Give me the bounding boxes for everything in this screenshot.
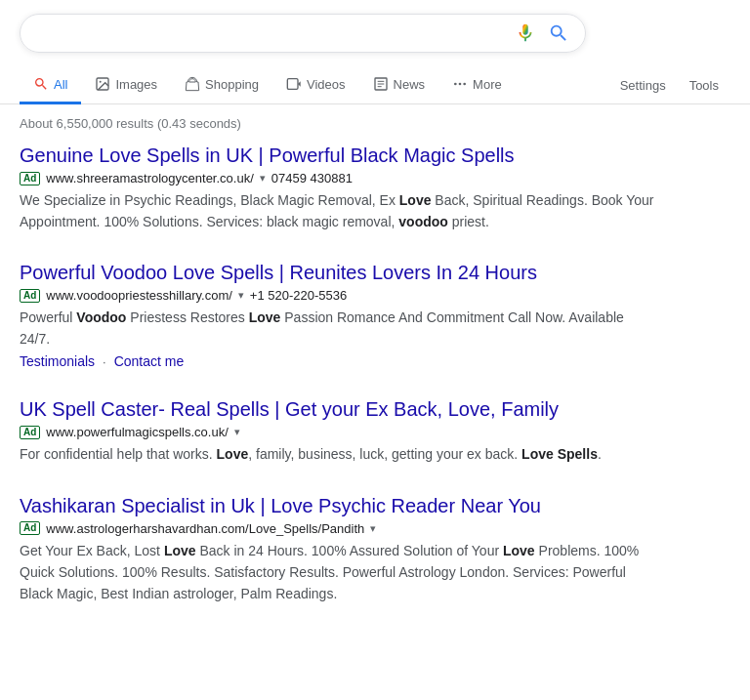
settings-tab[interactable]: Settings [608, 68, 678, 103]
search-icons [515, 22, 569, 44]
tab-more[interactable]: More [438, 66, 516, 104]
result-item-2: Powerful Voodoo Love Spells | Reunites L… [20, 260, 730, 369]
ad-badge-3: Ad [20, 426, 40, 439]
url-arrow-2: ▾ [238, 289, 244, 302]
search-small-icon [33, 76, 49, 92]
tab-videos[interactable]: Videos [272, 66, 359, 104]
tab-more-label: More [473, 77, 502, 92]
result-link-testimonials[interactable]: Testimonials [20, 353, 95, 369]
result-title-3[interactable]: UK Spell Caster- Real Spells | Get your … [20, 398, 559, 420]
search-input[interactable]: voodoo love spells [36, 24, 505, 42]
result-item-1: Genuine Love Spells in UK | Powerful Bla… [20, 143, 730, 232]
svg-rect-2 [287, 79, 298, 90]
svg-point-8 [454, 83, 457, 86]
svg-point-10 [463, 83, 466, 86]
search-bar[interactable]: voodoo love spells [20, 14, 586, 53]
result-snippet-4: Get Your Ex Back, Lost Love Back in 24 H… [20, 540, 654, 604]
result-snippet-3: For confidential help that works. Love, … [20, 443, 654, 465]
result-url-1: www.shreeramastrologycenter.co.uk/ [46, 171, 253, 185]
tools-tab[interactable]: Tools [678, 68, 730, 103]
url-arrow-3: ▾ [234, 426, 240, 438]
link-sep: · [103, 354, 106, 369]
tools-label: Tools [689, 78, 719, 93]
result-link-contact[interactable]: Contact me [114, 353, 185, 369]
shopping-icon [185, 76, 200, 92]
tab-news[interactable]: News [359, 66, 439, 104]
result-url-row-3: Ad www.powerfulmagicspells.co.uk/ ▾ [20, 425, 730, 439]
result-snippet-1: We Specialize in Psychic Readings, Black… [20, 189, 654, 232]
tab-news-label: News [394, 77, 426, 92]
more-icon [452, 76, 468, 92]
tab-images[interactable]: Images [81, 66, 171, 104]
result-url-row-2: Ad www.voodoopriestesshillary.com/ ▾ +1 … [20, 288, 730, 303]
settings-label: Settings [620, 78, 666, 93]
tab-videos-label: Videos [307, 77, 346, 92]
ad-badge-1: Ad [20, 172, 40, 185]
results-info: About 6,550,000 results (0.43 seconds) [0, 104, 750, 143]
tab-images-label: Images [115, 77, 157, 92]
search-icon[interactable] [548, 22, 569, 44]
result-url-row-1: Ad www.shreeramastrologycenter.co.uk/ ▾ … [20, 171, 730, 185]
ad-badge-2: Ad [20, 289, 40, 303]
tab-all[interactable]: All [20, 66, 81, 104]
mic-icon[interactable] [515, 22, 536, 44]
header: voodoo love spells [0, 0, 750, 53]
result-phone-2: +1 520-220-5536 [250, 288, 347, 303]
news-icon [373, 76, 389, 92]
result-phone-1: 07459 430881 [271, 171, 353, 185]
result-title-4[interactable]: Vashikaran Specialist in Uk | Love Psych… [20, 495, 541, 516]
result-url-3: www.powerfulmagicspells.co.uk/ [46, 425, 228, 439]
nav-tabs: All Images Shopping Videos News [0, 59, 750, 104]
result-snippet-2: Powerful Voodoo Priestess Restores Love … [20, 307, 654, 350]
result-url-2: www.voodoopriestesshillary.com/ [46, 288, 232, 303]
result-url-row-4: Ad www.astrologerharshavardhan.com/Love_… [20, 521, 730, 536]
video-icon [286, 76, 302, 92]
result-item-4: Vashikaran Specialist in Uk | Love Psych… [20, 493, 730, 604]
url-arrow-1: ▾ [260, 172, 266, 185]
result-url-4: www.astrologerharshavardhan.com/Love_Spe… [46, 521, 364, 536]
results-container: Genuine Love Spells in UK | Powerful Bla… [0, 143, 750, 604]
ad-badge-4: Ad [20, 521, 40, 535]
image-icon [95, 76, 110, 92]
result-item-3: UK Spell Caster- Real Spells | Get your … [20, 396, 730, 465]
url-arrow-4: ▾ [370, 522, 376, 535]
svg-point-1 [100, 81, 102, 83]
result-title-1[interactable]: Genuine Love Spells in UK | Powerful Bla… [20, 144, 515, 166]
result-title-2[interactable]: Powerful Voodoo Love Spells | Reunites L… [20, 262, 537, 283]
tab-shopping-label: Shopping [205, 77, 259, 92]
svg-point-9 [459, 83, 462, 86]
result-links-2: Testimonials · Contact me [20, 353, 730, 369]
tab-all-label: All [54, 77, 67, 92]
tab-shopping[interactable]: Shopping [171, 66, 272, 104]
results-count: About 6,550,000 results (0.43 seconds) [20, 116, 241, 131]
